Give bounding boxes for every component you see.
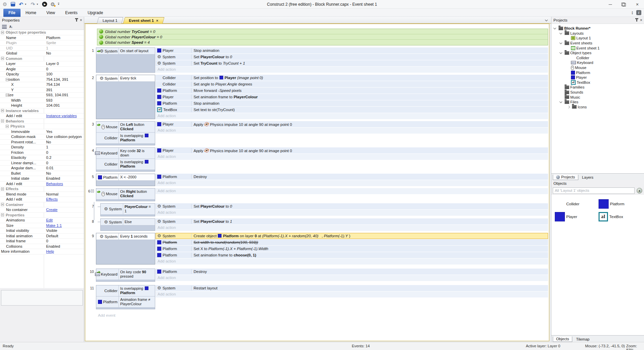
prop-row[interactable]: X754.134 bbox=[0, 82, 84, 88]
maximize-button[interactable] bbox=[617, 0, 631, 9]
event-number[interactable]: 5 bbox=[85, 174, 96, 186]
collapse-icon[interactable] bbox=[1, 57, 4, 60]
action[interactable]: SystemRestart layout bbox=[156, 285, 548, 291]
prop-value[interactable]: 0 bbox=[44, 161, 84, 166]
prop-value[interactable]: 593, 104.091 bbox=[44, 93, 84, 98]
prop-row[interactable]: No containerCreate bbox=[0, 207, 84, 213]
chevron-down-icon[interactable] bbox=[553, 27, 557, 30]
prop-category[interactable]: Object type properties bbox=[0, 30, 84, 35]
tree-item-music[interactable]: Music bbox=[551, 95, 644, 100]
prop-value[interactable]: 0.01 bbox=[44, 166, 84, 171]
toolbar-customize-icon[interactable] bbox=[58, 3, 59, 6]
add-action[interactable]: Add action bbox=[156, 67, 548, 73]
categorize-icon[interactable] bbox=[2, 25, 7, 29]
ribbon-tab-events[interactable]: Events bbox=[60, 9, 82, 17]
event-number[interactable]: 9 bbox=[85, 233, 96, 265]
prop-value[interactable]: 0 bbox=[44, 150, 84, 155]
prop-value[interactable]: No bbox=[44, 140, 84, 145]
add-action[interactable]: Add action bbox=[156, 225, 548, 231]
tree-item-object-types[interactable]: Object types bbox=[551, 50, 644, 56]
save-button[interactable] bbox=[10, 1, 16, 7]
add-event[interactable]: Add event bbox=[98, 313, 549, 317]
tree-item-families[interactable]: Families bbox=[551, 85, 644, 90]
action[interactable]: PlatformMove forward -Speed pixels bbox=[156, 88, 548, 94]
prop-value[interactable]: Default bbox=[44, 234, 84, 239]
condition[interactable]: System Every 1 seconds bbox=[96, 233, 155, 240]
prop-row[interactable]: Width593 bbox=[0, 98, 84, 103]
prop-row[interactable]: Initial visibilityVisible bbox=[0, 228, 84, 234]
minimize-button[interactable] bbox=[604, 0, 617, 9]
collapse-icon[interactable] bbox=[1, 203, 4, 206]
run-button[interactable] bbox=[42, 1, 47, 7]
condition[interactable]: Mouse On Right button Clicked bbox=[96, 188, 155, 200]
action[interactable]: SystemSet PlayerColour to 0 bbox=[156, 54, 548, 60]
prop-value[interactable]: Layer 0 bbox=[44, 61, 84, 66]
close-panel-icon[interactable] bbox=[80, 18, 82, 22]
action[interactable]: ColliderSet angle to Player.Angle degree… bbox=[156, 81, 548, 87]
action[interactable]: ColliderSet position toPlayer (image poi… bbox=[156, 75, 548, 81]
prop-value[interactable]: Enabled bbox=[44, 176, 84, 181]
tab-event-sheet-1[interactable]: Event sheet 1 bbox=[123, 17, 164, 24]
prop-value[interactable]: No bbox=[44, 171, 84, 176]
action-disabled[interactable]: PlatformSet width to round(random(100, 5… bbox=[156, 239, 548, 245]
prop-value[interactable]: 754.134, 391 bbox=[44, 77, 84, 82]
object-item-collider[interactable]: Collider bbox=[553, 198, 597, 210]
action-selected[interactable]: SystemCreate objectPlatform on layer 0 a… bbox=[156, 233, 548, 239]
prop-row[interactable]: Friction0 bbox=[0, 150, 84, 155]
action[interactable]: PlayerApplyPhysics impulse 10 at angle 9… bbox=[156, 147, 548, 153]
tree-item-event-sheets[interactable]: Event sheets bbox=[551, 41, 644, 46]
collapse-icon[interactable] bbox=[1, 31, 4, 34]
prop-row[interactable]: Height104.091 bbox=[0, 103, 84, 108]
prop-row[interactable]: Linear dampi...0 bbox=[0, 161, 84, 166]
pin-icon[interactable] bbox=[636, 19, 637, 22]
collapse-icon[interactable] bbox=[6, 125, 9, 128]
prop-category[interactable]: Physics bbox=[0, 124, 84, 129]
instance-variables-link[interactable]: Instance variables bbox=[44, 113, 84, 118]
prop-value[interactable]: 1 bbox=[44, 145, 84, 150]
behaviors-link[interactable]: Behaviors bbox=[44, 181, 84, 186]
tree-item-mouse[interactable]: Mouse bbox=[551, 65, 644, 70]
tree-item-files[interactable]: Files bbox=[551, 100, 644, 105]
close-button[interactable] bbox=[631, 0, 644, 9]
prop-row[interactable]: Angular dam...0.01 bbox=[0, 166, 84, 171]
condition[interactable]: System PlayerColour = 1 bbox=[101, 204, 155, 215]
prop-row[interactable]: Add / editInstance variables bbox=[0, 113, 84, 119]
prop-row[interactable]: Blend modeNormal bbox=[0, 192, 84, 197]
prop-row[interactable]: Density1 bbox=[0, 145, 84, 150]
prop-row[interactable]: Elasticity0.2 bbox=[0, 155, 84, 161]
objects-filter[interactable]: All 'Layout 1' objects bbox=[553, 187, 635, 194]
collapse-icon[interactable] bbox=[1, 119, 4, 123]
prop-row[interactable]: Add / editBehaviors bbox=[0, 181, 84, 187]
action[interactable]: PlatformDestroy bbox=[156, 269, 548, 275]
global-variable[interactable]: Global number Speed = 4 bbox=[97, 40, 548, 45]
prop-value[interactable]: 593 bbox=[44, 98, 84, 103]
action[interactable]: PlatformSet animation frame to choose(0,… bbox=[156, 252, 548, 258]
prop-category[interactable]: Container bbox=[0, 202, 84, 208]
prop-value[interactable]: 0 bbox=[44, 239, 84, 244]
prop-row[interactable]: Angle0 bbox=[0, 67, 84, 72]
pin-icon[interactable] bbox=[76, 19, 77, 22]
sort-az-icon[interactable] bbox=[9, 25, 12, 28]
debug-button[interactable] bbox=[50, 1, 56, 7]
event-number[interactable]: 6 bbox=[85, 188, 96, 201]
add-action[interactable]: Add action bbox=[156, 258, 548, 265]
tree-item-layouts[interactable]: Layouts bbox=[551, 31, 644, 36]
tree-item-textbox[interactable]: TextBox bbox=[551, 80, 644, 85]
action[interactable]: PlatformDestroy bbox=[156, 174, 548, 180]
tree-item-collider[interactable]: Collider bbox=[551, 56, 644, 61]
tab-layers[interactable]: Layers bbox=[579, 175, 597, 180]
prop-row[interactable]: SizeMake 1:1 bbox=[0, 223, 84, 229]
prop-row[interactable]: Initial stateEnabled bbox=[0, 176, 84, 181]
condition[interactable]: Collider Is overlappingPlatform bbox=[96, 133, 155, 144]
add-action[interactable]: Add action bbox=[156, 113, 548, 119]
condition[interactable]: System On start of layout bbox=[96, 48, 155, 55]
tab-list-dropdown-icon[interactable] bbox=[545, 19, 548, 21]
action[interactable]: PlayerStop animation bbox=[156, 47, 548, 54]
chevron-down-icon[interactable] bbox=[559, 51, 564, 55]
prop-row[interactable]: LayerLayer 0 bbox=[0, 61, 84, 67]
action[interactable]: SystemSet TryCount to TryCount + 1 bbox=[156, 60, 548, 66]
condition[interactable]: Keyboard On key code 90 pressed bbox=[96, 269, 155, 280]
prop-value[interactable]: 100 bbox=[44, 72, 84, 77]
collapse-icon[interactable] bbox=[6, 78, 9, 81]
prop-row[interactable]: Initial animationDefault bbox=[0, 234, 84, 239]
